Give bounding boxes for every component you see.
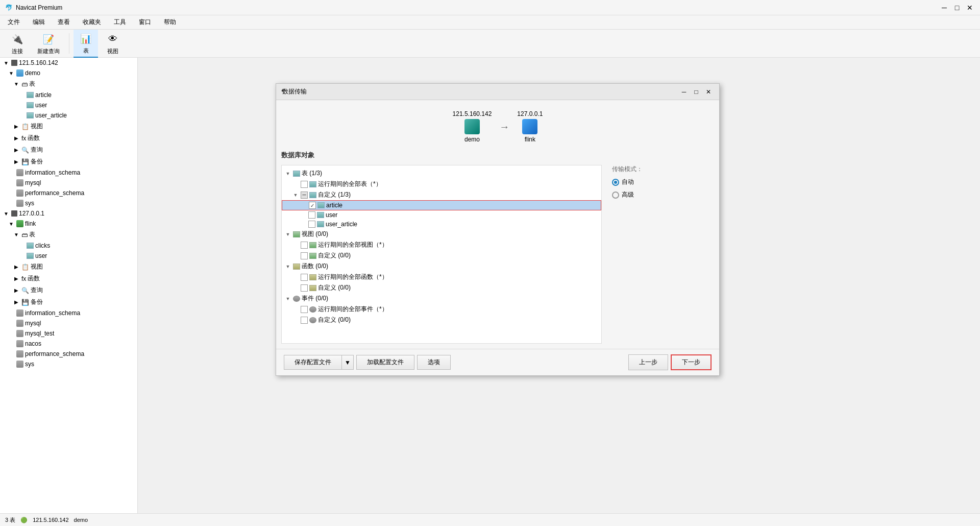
expand-icon[interactable]: ▼ [3, 59, 10, 66]
expand-icon[interactable]: ▼ [13, 81, 20, 88]
sidebar-flink-table-clicks[interactable]: clicks [0, 241, 137, 251]
sidebar-db-nacos[interactable]: nacos [0, 339, 137, 349]
menu-edit[interactable]: 编辑 [28, 16, 50, 28]
dialog-minimize-button[interactable]: ─ [678, 86, 690, 98]
custom-views-checkbox[interactable] [301, 252, 308, 259]
expand-icon[interactable]: ▼ [3, 210, 10, 217]
tree-table-article[interactable]: ✓ article [282, 200, 601, 210]
article-checkbox[interactable]: ✓ [309, 202, 316, 209]
expand-icon[interactable]: ▼ [284, 171, 291, 176]
prev-button[interactable]: 上一步 [628, 354, 668, 370]
sidebar-db-perf-schema-1[interactable]: performance_schema [0, 188, 137, 198]
sidebar-flink-group-tables[interactable]: ▼ 🗃 表 [0, 229, 137, 241]
tree-table-user-article[interactable]: user_article [282, 220, 601, 229]
dialog-window-controls[interactable]: ─ □ ✕ [678, 86, 714, 98]
expand-icon[interactable]: ▶ [13, 135, 20, 142]
sidebar-flink-group-views[interactable]: ▶ 📋 视图 [0, 261, 137, 273]
custom-functions-checkbox[interactable] [301, 284, 308, 292]
sidebar-server-1[interactable]: ▼ 121.5.160.142 [0, 58, 137, 68]
tree-functions-group[interactable]: ▼ 函数 (0/0) [282, 261, 601, 272]
maximize-button[interactable]: □ [952, 3, 962, 13]
custom-tables-checkbox[interactable]: ─ [301, 192, 308, 199]
menu-file[interactable]: 文件 [3, 16, 25, 28]
tree-custom-views[interactable]: 自定义 (0/0) [282, 250, 601, 261]
menu-tools[interactable]: 工具 [109, 16, 131, 28]
sidebar-flink-group-queries[interactable]: ▶ 🔍 查询 [0, 284, 137, 296]
save-config-button[interactable]: 保存配置文件 [284, 355, 342, 370]
tree-custom-tables[interactable]: ▼ ─ 自定义 (1/3) [282, 189, 601, 200]
connect-button[interactable]: 🔌 连接 [5, 30, 30, 57]
tree-all-tables-runtime[interactable]: 运行期间的全部表（*） [282, 179, 601, 189]
sidebar-db-mysql-2[interactable]: mysql [0, 318, 137, 328]
sidebar-flink-group-functions[interactable]: ▶ fx 函数 [0, 273, 137, 284]
expand-icon[interactable]: ▼ [8, 69, 15, 77]
expand-icon[interactable]: ▼ [292, 193, 299, 198]
tree-all-views-runtime[interactable]: 运行期间的全部视图（*） [282, 240, 601, 250]
radio-auto-circle[interactable] [612, 179, 619, 186]
close-button[interactable]: ✕ [965, 3, 975, 13]
tree-custom-events[interactable]: 自定义 (0/0) [282, 315, 601, 325]
menu-favorites[interactable]: 收藏夹 [78, 16, 106, 28]
sidebar-group-functions[interactable]: ▶ fx 函数 [0, 132, 137, 144]
save-config-dropdown-button[interactable]: ▼ [342, 355, 354, 370]
sidebar-table-user-article[interactable]: user_article [0, 110, 137, 121]
expand-icon[interactable]: ▼ [284, 264, 291, 269]
expand-icon[interactable]: ▶ [13, 147, 20, 154]
all-events-checkbox[interactable] [301, 306, 308, 313]
new-query-button[interactable]: 📝 新建查询 [32, 30, 65, 57]
radio-advanced[interactable]: 高级 [612, 190, 714, 199]
tree-all-functions-runtime[interactable]: 运行期间的全部函数（*） [282, 272, 601, 282]
table-button[interactable]: 📊 表 [74, 30, 98, 58]
radio-auto[interactable]: 自动 [612, 178, 714, 186]
tree-tables-group[interactable]: ▼ 表 (1/3) [282, 168, 601, 179]
expand-icon[interactable]: ▼ [284, 232, 291, 237]
tree-events-group[interactable]: ▼ 事件 (0/0) [282, 293, 601, 304]
sidebar-table-user[interactable]: user [0, 100, 137, 110]
expand-icon[interactable]: ▶ [13, 287, 20, 294]
expand-icon[interactable]: ▼ [8, 220, 15, 227]
sidebar-group-views[interactable]: ▶ 📋 视图 [0, 121, 137, 132]
window-controls[interactable]: ─ □ ✕ [939, 3, 975, 13]
menu-window[interactable]: 窗口 [134, 16, 156, 28]
dialog-maximize-button[interactable]: □ [691, 86, 702, 98]
tree-table-user[interactable]: user [282, 210, 601, 220]
sidebar-flink-table-user[interactable]: user [0, 251, 137, 261]
radio-advanced-circle[interactable] [612, 192, 619, 199]
sidebar-group-backup[interactable]: ▶ 💾 备份 [0, 156, 137, 168]
menu-help[interactable]: 帮助 [159, 16, 181, 28]
sidebar-db-info-schema-2[interactable]: information_schema [0, 308, 137, 318]
sidebar-group-queries[interactable]: ▶ 🔍 查询 [0, 144, 137, 156]
expand-icon[interactable]: ▶ [13, 264, 20, 271]
sidebar-db-demo[interactable]: ▼ demo [0, 68, 137, 78]
sidebar-db-flink[interactable]: ▼ flink [0, 219, 137, 229]
sidebar-table-article[interactable]: article [0, 90, 137, 100]
expand-icon[interactable]: ▶ [13, 275, 20, 282]
sidebar-group-tables[interactable]: ▼ 🗃 表 [0, 78, 137, 90]
sidebar-db-perf-schema-2[interactable]: performance_schema [0, 349, 137, 359]
options-button[interactable]: 选项 [417, 355, 451, 370]
expand-icon[interactable]: ▼ [284, 296, 291, 301]
tree-views-group[interactable]: ▼ 视图 (0/0) [282, 229, 601, 240]
tree-custom-functions[interactable]: 自定义 (0/0) [282, 282, 601, 293]
sidebar-server-2[interactable]: ▼ 127.0.0.1 [0, 208, 137, 219]
custom-events-checkbox[interactable] [301, 317, 308, 324]
sidebar-db-mysql-1[interactable]: mysql [0, 178, 137, 188]
sidebar-db-info-schema-1[interactable]: information_schema [0, 168, 137, 178]
user-article-checkbox[interactable] [308, 221, 315, 228]
view-button[interactable]: 👁 视图 [101, 30, 125, 57]
sidebar-flink-group-backup[interactable]: ▶ 💾 备份 [0, 296, 137, 308]
tree-all-events-runtime[interactable]: 运行期间的全部事件（*） [282, 304, 601, 315]
sidebar-db-sys-2[interactable]: sys [0, 359, 137, 369]
all-views-checkbox[interactable] [301, 242, 308, 249]
sidebar-db-mysql-test[interactable]: mysql_test [0, 328, 137, 339]
minimize-button[interactable]: ─ [939, 3, 949, 13]
sidebar-db-sys-1[interactable]: sys [0, 198, 137, 208]
menu-view[interactable]: 查看 [53, 16, 75, 28]
user-checkbox[interactable] [308, 211, 315, 219]
expand-icon[interactable]: ▶ [13, 158, 20, 165]
dialog-close-button[interactable]: ✕ [703, 86, 714, 98]
next-button[interactable]: 下一步 [671, 354, 712, 370]
all-tables-checkbox[interactable] [301, 181, 308, 188]
expand-icon[interactable]: ▶ [13, 123, 20, 130]
expand-icon[interactable]: ▶ [13, 299, 20, 306]
